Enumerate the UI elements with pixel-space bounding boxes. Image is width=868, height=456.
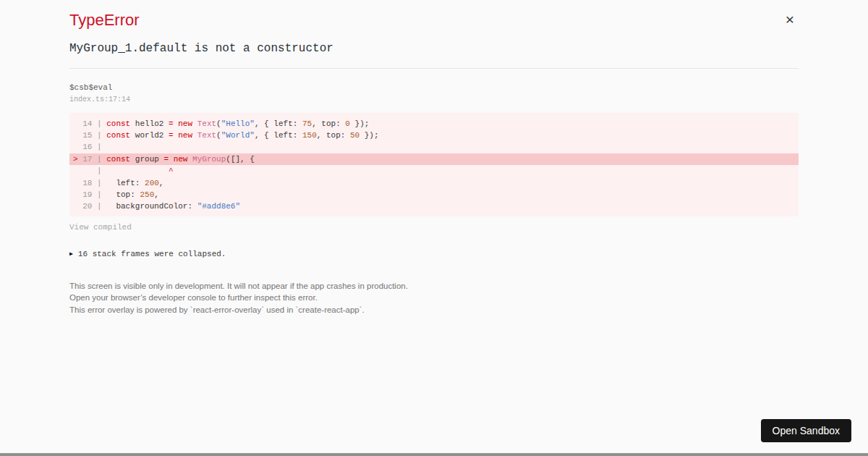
error-overlay: TypeError × MyGroup_1.default is not a c… <box>0 0 868 316</box>
code-block: 14 | const hello2 = new Text("Hello", { … <box>69 113 799 216</box>
header-row: TypeError × <box>69 9 799 30</box>
bottom-edge-strip <box>0 453 868 456</box>
code-line: 19 | top: 250, <box>69 189 799 200</box>
close-icon[interactable]: × <box>786 12 794 27</box>
divider <box>69 68 799 69</box>
view-compiled-link[interactable]: View compiled <box>69 223 132 232</box>
code-line: 15 | const world2 = new Text("World", { … <box>69 130 799 141</box>
stack-frame-location: index.ts:17:14 <box>69 96 799 104</box>
footer-line: This error overlay is powered by `react-… <box>69 304 799 316</box>
code-line-highlighted: > 17 | const group = new MyGroup([], { <box>69 153 799 165</box>
code-line: 16 | <box>69 141 799 153</box>
expand-triangle-icon: ▶ <box>69 250 73 257</box>
collapsed-stack-frames-label: 16 stack frames were collapsed. <box>78 250 226 258</box>
error-title: TypeError <box>69 10 140 30</box>
stack-frame-function: $csb$eval <box>69 83 799 92</box>
code-line: 18 | left: 200, <box>69 177 799 189</box>
code-line: 14 | const hello2 = new Text("Hello", { … <box>69 118 799 130</box>
footer-line: Open your browser’s developer console to… <box>69 292 799 304</box>
footer-line: This screen is visible only in developme… <box>69 280 799 292</box>
footer-note: This screen is visible only in developme… <box>69 280 799 316</box>
open-sandbox-button[interactable]: Open Sandbox <box>761 419 851 442</box>
code-line: | ^ <box>69 165 799 177</box>
collapsed-stack-frames-toggle[interactable]: ▶16 stack frames were collapsed. <box>69 250 799 258</box>
error-message: MyGroup_1.default is not a constructor <box>69 42 799 55</box>
code-line: 20 | backgroundColor: "#add8e6" <box>69 200 799 212</box>
